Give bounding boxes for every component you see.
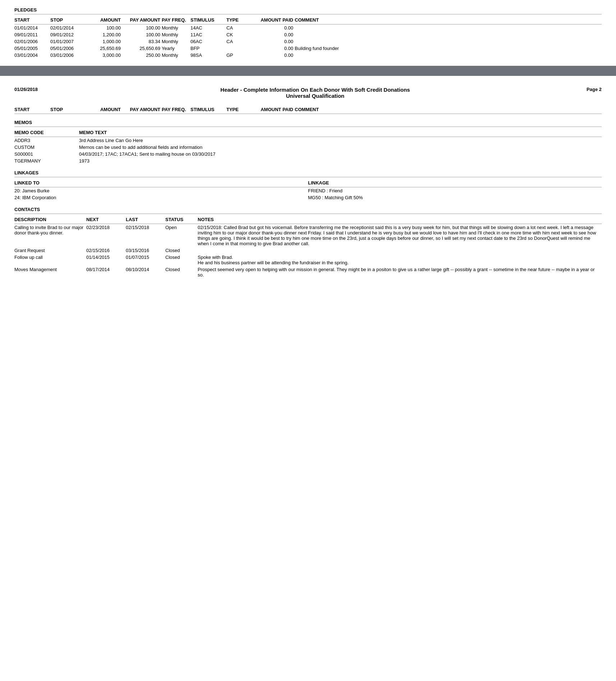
cell-memo-code: ADDR3 <box>14 137 79 144</box>
cell-status: Closed <box>165 247 198 254</box>
col-amount-paid: AMOUNT PAID <box>255 17 295 24</box>
page2-date: 01/26/2018 <box>14 87 50 92</box>
cell-start: 09/01/2011 <box>14 31 50 38</box>
cell-pay-amount: 25,650.69 <box>122 45 162 52</box>
cell-description: Grant Request <box>14 247 86 254</box>
cell-pay-amount: 100.00 <box>122 31 162 38</box>
cell-comment <box>295 31 602 38</box>
cell-amount: 25,650.69 <box>86 45 122 52</box>
table-row: Calling to invite Brad to our major dono… <box>14 224 602 247</box>
cell-amount-paid: 0.00 <box>255 38 295 45</box>
cell-stimulus: 98SA <box>190 52 226 59</box>
col-last: LAST <box>126 216 165 224</box>
cell-stimulus: 11AC <box>190 31 226 38</box>
col-pay-freq-p2: PAY FREQ. <box>162 106 190 114</box>
cell-start: 01/01/2014 <box>14 24 50 32</box>
page2-title-block: Header - Complete Information On Each Do… <box>50 87 580 99</box>
cell-status: Closed <box>165 266 198 278</box>
cell-amount-paid: 0.00 <box>255 45 295 52</box>
cell-type: GP <box>226 52 255 59</box>
cell-pay-freq: Monthly <box>162 52 190 59</box>
cell-comment: Building fund founder <box>295 45 602 52</box>
cell-amount: 100.00 <box>86 24 122 32</box>
col-pay-amount-p2: PAY AMOUNT <box>122 106 162 114</box>
cell-type <box>226 45 255 52</box>
cell-pay-freq: Yearly <box>162 45 190 52</box>
table-row: 20: James Burke FRIEND : Friend <box>14 187 602 195</box>
cell-start: 05/01/2005 <box>14 45 50 52</box>
cell-amount-paid: 0.00 <box>255 24 295 32</box>
cell-next: 01/14/2015 <box>86 254 126 266</box>
cell-type: CK <box>226 31 255 38</box>
col-next: NEXT <box>86 216 126 224</box>
cell-stop: 05/01/2006 <box>50 45 86 52</box>
cell-memo-text: Memos can be used to add additional fiel… <box>79 144 602 151</box>
col-description: DESCRIPTION <box>14 216 86 224</box>
table-row: S000001 04/03/2017; 17AC; 17ACA1; Sent t… <box>14 151 602 157</box>
cell-pay-freq: Monthly <box>162 31 190 38</box>
pledges-section-title: PLEDGES <box>14 7 602 13</box>
pledges-table-p2: START STOP AMOUNT PAY AMOUNT PAY FREQ. S… <box>14 106 602 114</box>
cell-amount: 1,200.00 <box>86 31 122 38</box>
col-amount-paid-p2: AMOUNT PAID <box>255 106 295 114</box>
cell-status: Closed <box>165 254 198 266</box>
cell-stop: 09/01/2012 <box>50 31 86 38</box>
col-linked-to: LINKED TO <box>14 179 308 187</box>
cell-last: 03/15/2016 <box>126 247 165 254</box>
cell-stop: 01/01/2007 <box>50 38 86 45</box>
col-status: STATUS <box>165 216 198 224</box>
page2-number: Page 2 <box>580 87 602 92</box>
table-row: 02/01/2006 01/01/2007 1,000.00 83.34 Mon… <box>14 38 602 45</box>
cell-description: Follow up call <box>14 254 86 266</box>
cell-pay-freq: Monthly <box>162 24 190 32</box>
cell-pay-amount: 100.00 <box>122 24 162 32</box>
table-row: 03/01/2004 03/01/2006 3,000.00 250.00 Mo… <box>14 52 602 59</box>
table-row: ADDR3 3rd Address Line Can Go Here <box>14 137 602 144</box>
contacts-section-title: CONTACTS <box>14 207 602 212</box>
cell-notes: 02/15/2018: Called Brad but got his voic… <box>198 224 602 247</box>
cell-comment <box>295 24 602 32</box>
table-row: Grant Request 02/15/2016 03/15/2016 Clos… <box>14 247 602 254</box>
col-notes: NOTES <box>198 216 602 224</box>
cell-stop: 02/01/2014 <box>50 24 86 32</box>
cell-stop: 03/01/2006 <box>50 52 86 59</box>
cell-next: 02/15/2016 <box>86 247 126 254</box>
cell-comment <box>295 38 602 45</box>
cell-pay-amount: 250.00 <box>122 52 162 59</box>
cell-description: Calling to invite Brad to our major dono… <box>14 224 86 247</box>
linkages-table: LINKED TO LINKAGE 20: James Burke FRIEND… <box>14 179 602 201</box>
cell-next: 08/17/2014 <box>86 266 126 278</box>
cell-amount: 1,000.00 <box>86 38 122 45</box>
memos-table: MEMO CODE MEMO TEXT ADDR3 3rd Address Li… <box>14 129 602 164</box>
col-amount-p2: AMOUNT <box>86 106 122 114</box>
col-pay-freq: PAY FREQ. <box>162 17 190 24</box>
page2-main-title: Header - Complete Information On Each Do… <box>50 87 580 93</box>
memos-section-title: MEMOS <box>14 120 602 125</box>
cell-linked-to: 24: IBM Corporation <box>14 194 308 201</box>
col-stop: STOP <box>50 17 86 24</box>
cell-amount: 3,000.00 <box>86 52 122 59</box>
col-amount: AMOUNT <box>86 17 122 24</box>
cell-last: 02/15/2018 <box>126 224 165 247</box>
col-stimulus-p2: STIMULUS <box>190 106 226 114</box>
cell-start: 03/01/2004 <box>14 52 50 59</box>
cell-memo-text: 1973 <box>79 157 602 164</box>
table-row: Follow up call 01/14/2015 01/07/2015 Clo… <box>14 254 602 266</box>
cell-amount-paid: 0.00 <box>255 52 295 59</box>
cell-linkage: MG50 : Matching Gift 50% <box>308 194 602 201</box>
cell-pay-amount: 83.34 <box>122 38 162 45</box>
cell-stimulus: 06AC <box>190 38 226 45</box>
cell-stimulus: 14AC <box>190 24 226 32</box>
cell-stimulus: BFP <box>190 45 226 52</box>
table-row: 24: IBM Corporation MG50 : Matching Gift… <box>14 194 602 201</box>
page2-sub-title: Universal Qualification <box>50 93 580 99</box>
col-pay-amount: PAY AMOUNT <box>122 17 162 24</box>
table-row: 09/01/2011 09/01/2012 1,200.00 100.00 Mo… <box>14 31 602 38</box>
table-row: CUSTOM Memos can be used to add addition… <box>14 144 602 151</box>
cell-notes <box>198 247 602 254</box>
col-memo-text: MEMO TEXT <box>79 129 602 137</box>
col-comment: COMMENT <box>295 17 602 24</box>
table-row: 05/01/2005 05/01/2006 25,650.69 25,650.6… <box>14 45 602 52</box>
cell-type: CA <box>226 24 255 32</box>
col-stimulus: STIMULUS <box>190 17 226 24</box>
